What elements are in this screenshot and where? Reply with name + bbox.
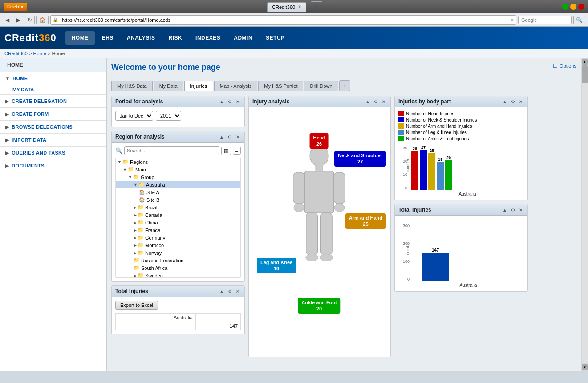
total-left-close-icon[interactable]: ✕ <box>235 289 241 294</box>
tab-myhsdata[interactable]: My H&S Data <box>111 81 153 91</box>
tree-item-sweden[interactable]: ▶ 📁 Sweden <box>116 272 240 278</box>
tree-label-group: Group <box>141 175 154 180</box>
tab-add-button[interactable]: + <box>339 80 351 91</box>
browser-tab[interactable]: CRedit360 ✕ <box>267 2 306 12</box>
tree-item-china[interactable]: ▶ 📁 China <box>116 219 240 226</box>
nav-indexes[interactable]: INDEXES <box>189 31 227 45</box>
tab-drill-down[interactable]: Drill Down <box>304 81 338 91</box>
total-left-gear-icon[interactable]: ⚙ <box>227 289 233 294</box>
tree-item-south-africa[interactable]: 📁 South Africa <box>116 264 240 272</box>
sidebar-item-home[interactable]: ▼ HOME <box>0 72 106 85</box>
tab-myhsportlet[interactable]: My H&S Portlet <box>258 81 303 91</box>
home-nav-button[interactable]: 🏠 <box>36 16 49 24</box>
tree-item-norway[interactable]: ▶ 📁 Norway <box>116 249 240 257</box>
tree-item-main[interactable]: ▼ 📁 Main <box>116 166 240 173</box>
expand-icon-france: ▶ <box>134 228 137 232</box>
total-injuries-right-portlet: Total Injuries ▲ ⚙ ✕ 300 200 <box>394 204 528 292</box>
injury-close-icon[interactable]: ✕ <box>381 99 387 105</box>
reload-button[interactable]: ↻ <box>25 16 35 24</box>
nav-risk[interactable]: RISK <box>162 31 188 45</box>
sidebar-item-queries-tasks[interactable]: ▶ QUERIES AND TASKS <box>0 147 106 159</box>
sidebar-item-documents-label: DOCUMENTS <box>12 163 45 168</box>
scroll-up-button[interactable]: ▲ <box>582 59 588 65</box>
minimize-button[interactable] <box>562 4 568 10</box>
year-select[interactable]: 2009 2010 2011 2012 <box>156 111 181 121</box>
injury-up-icon[interactable]: ▲ <box>364 99 371 105</box>
period-portlet-gear-icon[interactable]: ⚙ <box>227 99 233 105</box>
nav-admin[interactable]: ADMIN <box>227 31 259 45</box>
sidebar-sub-item-mydata[interactable]: MY DATA <box>0 85 106 94</box>
sidebar-item-home-label: HOME <box>12 76 28 81</box>
period-portlet-close-icon[interactable]: ✕ <box>235 99 241 105</box>
injury-label-arm: Arm and Hand 25 <box>345 213 386 229</box>
tree-item-site-b[interactable]: 🏠 Site B <box>116 196 240 204</box>
tree-item-morocco[interactable]: ▶ 📁 Morocco <box>116 241 240 249</box>
new-tab-button[interactable]: + <box>311 1 322 12</box>
bar-neck-label: 27 <box>421 145 426 150</box>
sidebar-item-import-data[interactable]: ▶ IMPORT DATA <box>0 134 106 146</box>
tree-item-australia[interactable]: ▼ 📁 Australia <box>116 181 240 188</box>
breadcrumb-root[interactable]: CRedit360 <box>4 51 28 56</box>
tree-item-site-a[interactable]: 🏠 Site A <box>116 188 240 196</box>
nav-setup[interactable]: SETUP <box>260 31 291 45</box>
expand-icon-germany: ▶ <box>134 236 137 240</box>
region-list-view-button[interactable]: ≡ <box>233 147 241 155</box>
folder-icon-group: 📁 <box>133 174 139 180</box>
injury-gear-icon[interactable]: ⚙ <box>373 99 379 105</box>
tree-item-russian-federation[interactable]: 📁 Russian Federation <box>116 257 240 264</box>
nav-ehs[interactable]: EHS <box>96 31 120 45</box>
total-right-up-icon[interactable]: ▲ <box>501 207 508 213</box>
breadcrumb-home[interactable]: Home <box>33 51 46 56</box>
region-grid-view-button[interactable]: ▦ <box>221 147 231 155</box>
tab-map-analysis[interactable]: Map - Analysis <box>214 81 258 91</box>
region-search-input[interactable] <box>124 146 219 155</box>
sidebar-item-browse-delegations[interactable]: ▶ BROWSE DELEGATIONS <box>0 121 106 133</box>
sidebar-section-documents: ▶ DOCUMENTS <box>0 159 106 172</box>
tree-item-germany[interactable]: ▶ 📁 Germany <box>116 234 240 241</box>
expand-icon-norway: ▶ <box>134 251 137 255</box>
total-right-gear-icon[interactable]: ⚙ <box>510 207 516 213</box>
back-button[interactable]: ◀ <box>3 16 12 24</box>
legend-label-head: Number of Head Injuries <box>406 111 454 116</box>
sidebar-item-create-delegation[interactable]: ▶ CREATE DELEGATION <box>0 95 106 107</box>
tree-item-regions[interactable]: ▼ 📁 Regions <box>116 158 240 166</box>
export-excel-button[interactable]: Export to Excel <box>115 301 158 310</box>
region-portlet-up-icon[interactable]: ▲ <box>218 134 225 140</box>
sidebar-item-documents[interactable]: ▶ DOCUMENTS <box>0 159 106 172</box>
browser-search-input[interactable] <box>518 16 572 24</box>
tree-item-canada[interactable]: ▶ 📁 Canada <box>116 211 240 219</box>
tree-label-canada: Canada <box>145 212 162 218</box>
sidebar-item-create-form[interactable]: ▶ CREATE FORM <box>0 108 106 120</box>
tree-item-france[interactable]: ▶ 📁 France <box>116 226 240 234</box>
tree-item-brazil[interactable]: ▶ 📁 Brazil <box>116 204 240 211</box>
scroll-thumb[interactable] <box>582 65 588 83</box>
total-right-close-icon[interactable]: ✕ <box>518 207 524 213</box>
period-select[interactable]: Jan to Dec Q1 Q2 Q3 Q4 <box>115 111 153 121</box>
tab-injuries[interactable]: Injuries <box>184 81 213 91</box>
forward-button[interactable]: ▶ <box>14 16 23 24</box>
region-portlet-gear-icon[interactable]: ⚙ <box>227 134 233 140</box>
bodypart-close-icon[interactable]: ✕ <box>518 99 524 105</box>
firefox-menu-button[interactable]: Firefox <box>4 3 27 11</box>
tab-close-icon[interactable]: ✕ <box>298 4 301 9</box>
tab-mydata[interactable]: My Data <box>154 81 183 91</box>
bodypart-gear-icon[interactable]: ⚙ <box>510 99 516 105</box>
nav-analysis[interactable]: ANALYSIS <box>121 31 162 45</box>
folder-icon-russia: 📁 <box>134 257 140 263</box>
scrollbar[interactable]: ▲ ▼ <box>581 58 588 371</box>
tree-item-group[interactable]: ▼ 📁 Group <box>116 173 240 181</box>
address-input[interactable] <box>59 16 509 24</box>
options-link[interactable]: ☐ Options <box>553 63 576 69</box>
period-portlet-up-icon[interactable]: ▲ <box>218 99 225 105</box>
maximize-button[interactable] <box>570 4 576 10</box>
scroll-down-button[interactable]: ▼ <box>582 364 588 370</box>
close-button[interactable] <box>578 4 584 10</box>
search-go-button[interactable]: 🔍 <box>573 16 585 24</box>
total-left-up-icon[interactable]: ▲ <box>218 289 225 294</box>
nav-home[interactable]: HOME <box>65 31 95 45</box>
bookmark-star-icon[interactable]: ★ <box>510 17 514 22</box>
total-y-top: 300 <box>398 224 410 228</box>
bodypart-up-icon[interactable]: ▲ <box>501 99 508 105</box>
svg-rect-4 <box>334 172 345 204</box>
region-portlet-close-icon[interactable]: ✕ <box>235 134 241 140</box>
